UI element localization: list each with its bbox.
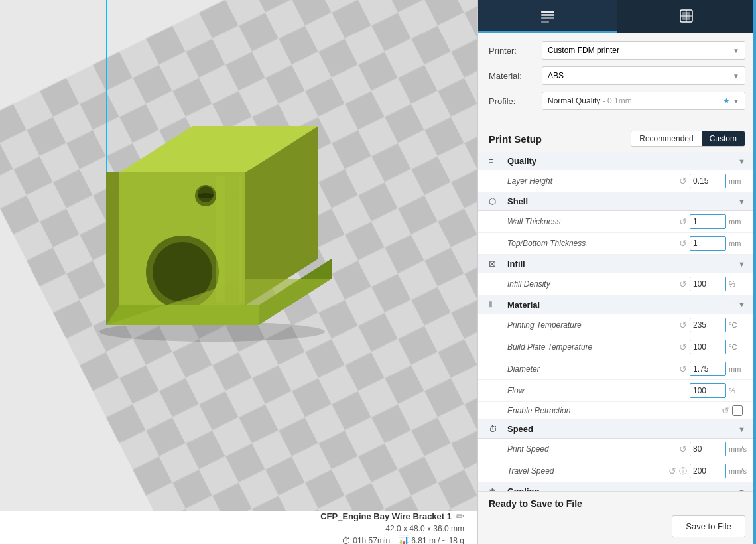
print-setup-title: Print Setup <box>489 133 542 145</box>
print-temp-input[interactable] <box>690 318 726 332</box>
material-section-title: Material <box>507 300 738 310</box>
build-plate-row: Build Plate Temperature ↺ °C <box>478 336 756 358</box>
recommended-button[interactable]: Recommended <box>631 131 701 146</box>
settings-list[interactable]: ≡ Quality ▼ Layer Height ↺ mm ⬡ Shell ▼ … <box>478 152 756 491</box>
svg-point-4 <box>119 172 146 199</box>
shell-section-header[interactable]: ⬡ Shell ▼ <box>478 192 756 211</box>
print-temp-reset[interactable]: ↺ <box>679 320 687 330</box>
3d-part <box>33 66 378 345</box>
travel-speed-input[interactable] <box>690 464 726 478</box>
travel-speed-row: Travel Speed ↺ ⓘ mm/s <box>478 460 756 482</box>
svg-marker-17 <box>216 176 225 302</box>
material-chevron: ▼ <box>733 72 739 80</box>
filename: CFP_Engine Bay Wire Bracket 1 <box>320 511 452 521</box>
profile-dropdown[interactable]: Normal Quality - 0.1mm ★ ▼ <box>542 92 745 110</box>
settings-tab[interactable] <box>478 0 617 33</box>
material-value: ABS <box>548 71 564 80</box>
top-bottom-input[interactable] <box>690 236 726 251</box>
3d-viewport[interactable]: CFP_Engine Bay Wire Bracket 1 ✏ 42.0 x 4… <box>0 0 477 544</box>
material-section-icon: ⦀ <box>489 299 502 310</box>
speed-icon: ⏱ <box>489 424 502 434</box>
print-speed-input[interactable] <box>690 442 726 456</box>
shell-chevron: ▼ <box>738 198 745 206</box>
flow-label: Flow <box>507 386 690 395</box>
svg-rect-19 <box>541 11 554 13</box>
print-setup-header: Print Setup Recommended Custom <box>478 125 756 152</box>
top-bottom-row: Top/Bottom Thickness ↺ mm <box>478 233 756 255</box>
infill-chevron: ▼ <box>738 260 745 268</box>
layer-height-input[interactable] <box>690 174 726 188</box>
profile-chevron: ▼ <box>733 98 739 105</box>
preview-tab[interactable] <box>617 0 757 33</box>
profile-row: Profile: Normal Quality - 0.1mm ★ ▼ <box>489 92 745 110</box>
speed-section-header[interactable]: ⏱ Speed ▼ <box>478 420 756 439</box>
flow-row: Flow % <box>478 380 756 402</box>
material-label: Material: <box>489 71 542 81</box>
svg-rect-21 <box>541 17 554 19</box>
material-row: Material: ABS ▼ <box>489 66 745 85</box>
speed-chevron: ▼ <box>738 425 745 433</box>
wall-thickness-input[interactable] <box>690 214 726 229</box>
top-bottom-reset[interactable]: ↺ <box>679 238 687 249</box>
toolbar <box>478 0 756 33</box>
printer-dropdown[interactable]: Custom FDM printer ▼ <box>542 41 745 60</box>
build-plate-reset[interactable]: ↺ <box>679 342 687 352</box>
quality-section-header[interactable]: ≡ Quality ▼ <box>478 152 756 170</box>
star-icon[interactable]: ★ <box>723 96 730 105</box>
diameter-reset[interactable]: ↺ <box>679 364 687 374</box>
edit-icon[interactable]: ✏ <box>456 510 464 523</box>
printer-row: Printer: Custom FDM printer ▼ <box>489 41 745 60</box>
build-plate-unit: °C <box>729 343 745 351</box>
material-section-header[interactable]: ⦀ Material ▼ <box>478 295 756 314</box>
shell-icon: ⬡ <box>489 196 502 206</box>
print-speed-reset[interactable]: ↺ <box>679 444 687 454</box>
diameter-unit: mm <box>729 365 745 373</box>
travel-speed-unit: mm/s <box>729 467 745 475</box>
infill-density-label: Infill Density <box>507 279 679 289</box>
dimensions: 42.0 x 48.0 x 36.0 mm <box>385 524 464 533</box>
diameter-row: Diameter ↺ mm <box>478 358 756 380</box>
profile-content: Normal Quality - 0.1mm ★ ▼ <box>548 96 739 105</box>
shell-title: Shell <box>507 196 738 206</box>
infill-density-row: Infill Density ↺ % <box>478 273 756 295</box>
build-plate-label: Build Plate Temperature <box>507 342 679 352</box>
material-section-chevron: ▼ <box>738 301 745 308</box>
print-speed-unit: mm/s <box>729 445 745 453</box>
infill-section-header[interactable]: ⊠ Infill ▼ <box>478 255 756 273</box>
viewport-status: CFP_Engine Bay Wire Bracket 1 ✏ 42.0 x 4… <box>0 511 477 544</box>
flow-input[interactable] <box>690 383 726 398</box>
layer-height-label: Layer Height <box>507 176 679 186</box>
printer-label: Printer: <box>489 46 542 56</box>
right-panel: Printer: Custom FDM printer ▼ Material: … <box>477 0 756 544</box>
diameter-input[interactable] <box>690 362 726 376</box>
wall-thickness-row: Wall Thickness ↺ mm <box>478 211 756 233</box>
speed-title: Speed <box>507 424 738 434</box>
cooling-section-header[interactable]: ❄ Cooling ▼ <box>478 482 756 491</box>
ready-text: Ready to Save to File <box>489 498 745 509</box>
retraction-checkbox[interactable] <box>732 405 743 416</box>
svg-marker-18 <box>239 176 242 302</box>
wall-thickness-reset[interactable]: ↺ <box>679 216 687 227</box>
infill-density-unit: % <box>729 280 745 288</box>
svg-point-10 <box>198 193 214 198</box>
infill-density-input[interactable] <box>690 277 726 291</box>
custom-button[interactable]: Custom <box>702 131 745 146</box>
save-button[interactable]: Save to File <box>672 515 745 537</box>
cooling-icon: ❄ <box>489 486 502 491</box>
quality-icon: ≡ <box>489 156 502 166</box>
material-dropdown[interactable]: ABS ▼ <box>542 66 745 85</box>
profile-value: Normal Quality - 0.1mm <box>548 96 632 105</box>
layer-height-unit: mm <box>729 177 745 185</box>
retraction-reset[interactable]: ↺ <box>722 405 729 416</box>
infill-icon: ⊠ <box>489 259 502 269</box>
build-plate-input[interactable] <box>690 340 726 354</box>
svg-rect-22 <box>541 21 549 23</box>
info-icon[interactable]: ⓘ <box>679 466 687 477</box>
top-bottom-unit: mm <box>729 239 745 247</box>
travel-speed-reset[interactable]: ↺ <box>668 466 676 476</box>
top-bottom-label: Top/Bottom Thickness <box>507 239 679 248</box>
layer-height-reset[interactable]: ↺ <box>679 176 687 186</box>
infill-density-reset[interactable]: ↺ <box>679 279 687 289</box>
svg-point-6 <box>119 279 146 305</box>
filament-info: 📊 6.81 m / ~ 18 g <box>398 535 464 545</box>
